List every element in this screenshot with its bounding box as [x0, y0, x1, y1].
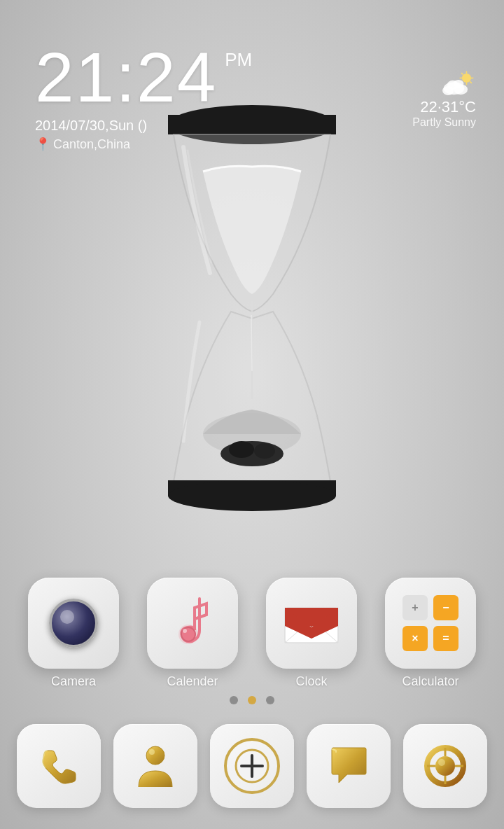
svg-point-11: [454, 80, 464, 88]
camera-lens-icon: [49, 599, 98, 648]
svg-point-32: [146, 746, 164, 765]
time-hours: 21: [35, 38, 115, 116]
dock-browser[interactable]: [403, 724, 487, 808]
time-period: PM: [225, 49, 252, 71]
dock-messages[interactable]: [307, 724, 391, 808]
weather-section: 22·31°C Partly Sunny: [412, 70, 476, 129]
date-display: 2014/07/30,Sun (): [35, 118, 217, 134]
phone-gold-icon: [36, 744, 82, 789]
calender-app-icon[interactable]: [147, 578, 238, 669]
plus-icon: [234, 748, 270, 783]
svg-line-5: [461, 73, 463, 74]
calculator-app-icon[interactable]: + − × =: [385, 578, 476, 669]
calculator-app-label: Calculator: [402, 674, 458, 689]
calc-equals: =: [433, 626, 458, 651]
svg-line-15: [251, 315, 252, 371]
page-dot-1[interactable]: [248, 696, 256, 704]
hourglass-widget: [133, 105, 371, 511]
svg-point-0: [462, 74, 471, 83]
page-dot-2[interactable]: [266, 696, 274, 704]
svg-point-43: [438, 759, 445, 766]
calender-app-label: Calender: [167, 674, 218, 689]
svg-point-38: [435, 756, 455, 776]
time-colon: :: [115, 38, 136, 116]
hourglass-svg: [133, 105, 371, 511]
add-circle-icon: [224, 738, 280, 794]
music-note-icon: [168, 595, 217, 651]
contacts-gold-icon: [133, 741, 178, 790]
messages-gold-icon: [326, 744, 372, 789]
dock-add[interactable]: [210, 724, 294, 808]
svg-point-25: [183, 629, 187, 633]
location-pin-icon: 📍: [35, 137, 50, 152]
calculator-grid-icon: + − × =: [402, 595, 458, 651]
app-item-calender[interactable]: Calender: [147, 578, 238, 689]
calc-multiply: ×: [402, 626, 428, 651]
dock-phone[interactable]: [17, 724, 101, 808]
svg-point-19: [254, 443, 275, 459]
location-text: Canton,China: [53, 137, 130, 152]
clock-app-label: Clock: [295, 674, 327, 689]
page-dot-0[interactable]: [230, 696, 238, 704]
app-icons-row: Camera Calender: [0, 578, 504, 689]
camera-app-label: Camera: [51, 674, 96, 689]
weather-temp: 22·31°C: [412, 98, 476, 116]
dock-row: [0, 724, 504, 808]
app-item-calculator[interactable]: + − × = Calculator: [385, 578, 476, 689]
app-item-clock[interactable]: Clock: [266, 578, 357, 689]
location-display: 📍 Canton,China: [35, 137, 217, 152]
dock-contacts[interactable]: [113, 724, 197, 808]
weather-cloud-sun-icon: [441, 70, 476, 95]
time-section: 21:24 PM 2014/07/30,Sun () 📍 Canton,Chin…: [35, 42, 217, 152]
time-minutes: 24: [136, 38, 217, 116]
svg-point-24: [178, 625, 198, 644]
clock-app-icon[interactable]: [266, 578, 357, 669]
camera-app-icon[interactable]: [28, 578, 119, 669]
svg-line-6: [470, 81, 471, 83]
calc-minus: −: [433, 595, 458, 620]
weather-icon-area: [412, 70, 476, 95]
time-display: 21:24: [35, 42, 217, 112]
gmail-envelope-icon: [284, 602, 340, 644]
weather-description: Partly Sunny: [412, 116, 476, 129]
calc-plus: +: [402, 595, 428, 620]
browser-gold-icon: [423, 744, 468, 789]
page-indicator: [230, 696, 274, 704]
svg-point-33: [149, 749, 155, 755]
app-item-camera[interactable]: Camera: [28, 578, 119, 689]
svg-point-18: [229, 441, 254, 458]
svg-point-21: [168, 480, 336, 511]
